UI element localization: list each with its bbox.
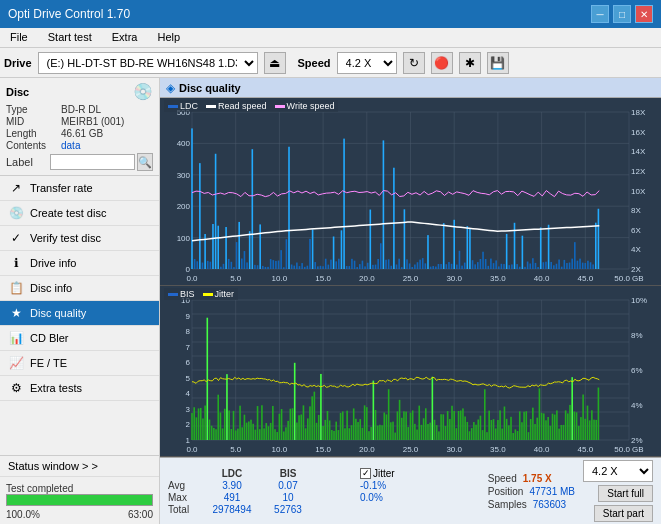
menu-start-test[interactable]: Start test [42,30,98,45]
stats-row: LDC BIS ✓ Jitter Avg 3.90 0.07 -0.1% [168,460,653,522]
erase-button[interactable]: ✱ [459,52,481,74]
bis-chart-wrapper: BIS Jitter [160,286,661,457]
status-window-label: Status window > > [8,460,98,472]
disc-info-icon: 📋 [8,280,24,296]
progress-area: Test completed 100.0% 63:00 [0,477,159,524]
ldc-legend-item: LDC [168,101,198,111]
disc-section-title: Disc [6,86,29,98]
app-title: Opti Drive Control 1.70 [8,7,130,21]
sidebar-label-transfer-rate: Transfer rate [30,182,93,194]
speed-label: Speed [298,57,331,69]
position-field-label: Position [488,486,524,497]
jitter-legend-label: Jitter [215,289,235,299]
stats-header-empty2 [324,468,344,479]
bis-legend-label: BIS [180,289,195,299]
minimize-button[interactable]: ─ [591,5,609,23]
extra-tests-icon: ⚙ [8,380,24,396]
stats-header-ldc: LDC [212,468,252,479]
sidebar-item-cd-bler[interactable]: 📊 CD Bler [0,326,159,351]
menu-bar: File Start test Extra Help [0,28,661,48]
avg-jitter: -0.1% [360,480,386,491]
status-section: Status window > > Test completed 100.0% … [0,455,159,524]
read-speed-legend-label: Read speed [218,101,267,111]
sidebar-item-disc-info[interactable]: 📋 Disc info [0,276,159,301]
sidebar-item-extra-tests[interactable]: ⚙ Extra tests [0,376,159,401]
sidebar-label-drive-info: Drive info [30,257,76,269]
avg-bis: 0.07 [268,480,308,491]
stats-col-empty [168,468,196,479]
type-key: Type [6,104,61,115]
start-part-button[interactable]: Start part [594,505,653,522]
save-button[interactable]: 💾 [487,52,509,74]
write-speed-legend-item: Write speed [275,101,335,111]
ldc-chart-wrapper: LDC Read speed Write speed [160,98,661,286]
maximize-button[interactable]: □ [613,5,631,23]
close-button[interactable]: ✕ [635,5,653,23]
menu-file[interactable]: File [4,30,34,45]
max-jitter: 0.0% [360,492,383,503]
burn-button[interactable]: 🔴 [431,52,453,74]
content-area: ◈ Disc quality LDC Read speed [160,78,661,524]
contents-key: Contents [6,140,61,151]
disc-icon: 💿 [133,82,153,101]
label-input[interactable] [50,154,135,170]
menu-extra[interactable]: Extra [106,30,144,45]
ldc-legend: LDC Read speed Write speed [164,100,338,112]
eject-button[interactable]: ⏏ [264,52,286,74]
refresh-button[interactable]: ↻ [403,52,425,74]
nav-items: ↗ Transfer rate 💿 Create test disc ✓ Ver… [0,176,159,455]
sidebar-item-transfer-rate[interactable]: ↗ Transfer rate [0,176,159,201]
menu-help[interactable]: Help [151,30,186,45]
disc-quality-icon: ★ [8,305,24,321]
speed-select[interactable]: 4.2 X [337,52,397,74]
avg-label: Avg [168,480,196,491]
samples-field-val: 763603 [533,499,566,510]
label-key: Label [6,156,50,168]
length-val: 46.61 GB [61,128,103,139]
samples-field-label: Samples [488,499,527,510]
label-search-button[interactable]: 🔍 [137,153,153,171]
speed-and-buttons: 4.2 X Start full Start part [583,460,653,522]
cd-bler-icon: 📊 [8,330,24,346]
total-label: Total [168,504,196,515]
create-test-disc-icon: 💿 [8,205,24,221]
max-bis: 10 [268,492,308,503]
sidebar-item-disc-quality[interactable]: ★ Disc quality [0,301,159,326]
sidebar-label-verify-test-disc: Verify test disc [30,232,101,244]
stats-right: Speed 1.75 X Position 47731 MB Samples 7… [488,460,653,522]
charts-container: LDC Read speed Write speed [160,98,661,457]
sidebar-label-fe-te: FE / TE [30,357,67,369]
jitter-checkbox[interactable]: ✓ [360,468,371,479]
speed-field-label: Speed [488,473,517,484]
type-val: BD-R DL [61,104,101,115]
drive-select[interactable]: (E:) HL-DT-ST BD-RE WH16NS48 1.D3 [38,52,258,74]
speed-field-val: 1.75 X [523,473,552,484]
write-speed-legend-label: Write speed [287,101,335,111]
bis-legend-item: BIS [168,289,195,299]
start-full-button[interactable]: Start full [598,485,653,502]
bis-legend-dot [168,293,178,296]
sidebar-item-create-test-disc[interactable]: 💿 Create test disc [0,201,159,226]
sidebar-item-drive-info[interactable]: ℹ Drive info [0,251,159,276]
stats-header-bis: BIS [268,468,308,479]
main-layout: Disc 💿 Type BD-R DL MID MEIRB1 (001) Len… [0,78,661,524]
status-text: Test completed [6,483,153,494]
write-speed-legend-dot [275,105,285,108]
ldc-canvas [160,98,661,285]
position-field-val: 47731 MB [529,486,575,497]
status-window-button[interactable]: Status window > > [0,456,159,477]
toolbar: Drive (E:) HL-DT-ST BD-RE WH16NS48 1.D3 … [0,48,661,78]
disc-quality-header: ◈ Disc quality [160,78,661,98]
mid-key: MID [6,116,61,127]
read-speed-legend-dot [206,105,216,108]
max-label: Max [168,492,196,503]
stats-speed-select[interactable]: 4.2 X [583,460,653,482]
disc-section: Disc 💿 Type BD-R DL MID MEIRB1 (001) Len… [0,78,159,176]
sidebar-item-verify-test-disc[interactable]: ✓ Verify test disc [0,226,159,251]
progress-bar-fill [7,495,152,505]
sidebar-item-fe-te[interactable]: 📈 FE / TE [0,351,159,376]
bis-legend: BIS Jitter [164,288,238,300]
speed-position-samples: Speed 1.75 X Position 47731 MB Samples 7… [488,473,575,510]
stats-area: LDC BIS ✓ Jitter Avg 3.90 0.07 -0.1% [160,457,661,524]
window-controls: ─ □ ✕ [591,5,653,23]
